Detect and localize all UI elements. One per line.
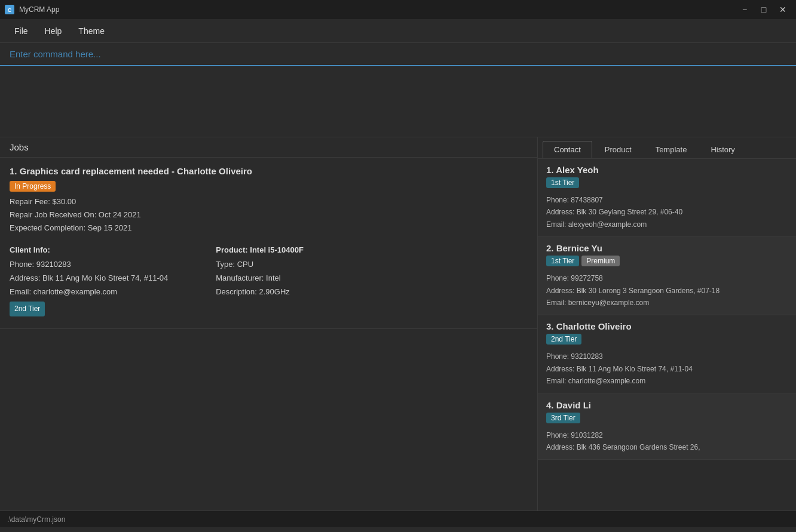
menu-bar: File Help Theme — [0, 19, 796, 43]
close-button[interactable]: ✕ — [774, 1, 791, 18]
contact-email: Email: charlotte@example.com — [546, 375, 788, 387]
contact-tier-badge: 2nd Tier — [546, 334, 581, 345]
tab-product[interactable]: Product — [593, 141, 643, 158]
job-status-badge: In Progress — [10, 181, 56, 192]
job-details: Client Info: Phone: 93210283 Address: Bl… — [10, 243, 528, 320]
tab-template[interactable]: Template — [644, 141, 699, 158]
product-label: Product: Intel i5-10400F — [216, 243, 304, 257]
main-content: Jobs 1. Graphics card replacement needed… — [0, 137, 796, 511]
title-bar-left: C MyCRM App — [5, 5, 59, 14]
contact-name: 1. Alex Yeoh — [546, 165, 788, 175]
contact-phone: Phone: 99272758 — [546, 272, 788, 284]
contact-tier-badge: 1st Tier — [546, 177, 579, 188]
contact-info: Phone: 99272758 Address: Blk 30 Lorong 3… — [546, 272, 788, 309]
tab-contact[interactable]: Contact — [543, 141, 592, 158]
job-repair-fee: Repair Fee: $30.00 — [10, 195, 528, 208]
job-title-text: Graphics card replacement needed - Charl… — [20, 166, 252, 176]
contact-item[interactable]: 1. Alex Yeoh 1st Tier Phone: 87438807 Ad… — [538, 159, 796, 237]
jobs-panel: Jobs 1. Graphics card replacement needed… — [0, 137, 538, 511]
job-title: 1. Graphics card replacement needed - Ch… — [10, 166, 528, 176]
contact-name: 3. Charlotte Oliveiro — [546, 321, 788, 331]
status-bar: .\data\myCrm.json — [0, 511, 796, 527]
menu-file[interactable]: File — [7, 24, 35, 38]
contact-phone: Phone: 91031282 — [546, 429, 788, 441]
job-product: Product: Intel i5-10400F Type: CPU Manuf… — [216, 243, 304, 320]
contact-info: Phone: 91031282 Address: Blk 436 Serango… — [546, 429, 788, 454]
product-type: Type: CPU — [216, 257, 304, 271]
product-description: Description: 2.90GHz — [216, 285, 304, 299]
contact-name: 4. David Li — [546, 400, 788, 410]
contact-tier-badge: 3rd Tier — [546, 413, 580, 423]
app-title: MyCRM App — [19, 5, 59, 14]
contact-address: Address: Blk 30 Geylang Street 29, #06-4… — [546, 206, 788, 218]
contact-address: Address: Blk 30 Lorong 3 Serangoon Garde… — [546, 285, 788, 297]
contact-email: Email: alexyeoh@example.com — [546, 219, 788, 230]
contact-number: 1. — [546, 165, 556, 175]
maximize-button[interactable]: □ — [755, 1, 772, 18]
client-tier-badge: 2nd Tier — [10, 302, 45, 317]
contact-email: Email: berniceyu@example.com — [546, 297, 788, 309]
contact-badges: 2nd Tier — [546, 334, 788, 348]
app-icon: C — [5, 5, 14, 14]
contact-badges: 1st Tier Premium — [546, 256, 788, 270]
output-area — [0, 66, 796, 137]
contact-number: 2. — [546, 243, 556, 253]
contact-premium-badge: Premium — [581, 256, 620, 266]
menu-help[interactable]: Help — [38, 24, 69, 38]
contact-address: Address: Blk 11 Ang Mo Kio Street 74, #1… — [546, 363, 788, 375]
job-meta: Repair Fee: $30.00 Repair Job Received O… — [10, 195, 528, 235]
title-bar: C MyCRM App − □ ✕ — [0, 0, 796, 19]
job-expected: Expected Completion: Sep 15 2021 — [10, 222, 528, 235]
contact-info: Phone: 87438807 Address: Blk 30 Geylang … — [546, 194, 788, 230]
contact-item[interactable]: 2. Bernice Yu 1st Tier Premium Phone: 99… — [538, 237, 796, 315]
contact-address: Address: Blk 436 Serangoon Gardens Stree… — [546, 441, 788, 453]
status-path: .\data\myCrm.json — [7, 515, 65, 524]
contact-badges: 1st Tier — [546, 177, 788, 192]
client-phone: Phone: 93210283 — [10, 257, 168, 271]
tab-history[interactable]: History — [699, 141, 746, 158]
contact-badges: 3rd Tier — [546, 413, 788, 427]
contacts-panel: Contact Product Template History 1. Alex… — [538, 137, 796, 511]
client-email: Email: charlotte@example.com — [10, 285, 168, 299]
job-number: 1. — [10, 166, 20, 176]
command-bar — [0, 43, 796, 66]
contact-number: 3. — [546, 321, 556, 331]
command-input[interactable] — [10, 49, 786, 59]
job-item[interactable]: 1. Graphics card replacement needed - Ch… — [0, 158, 537, 329]
contact-info: Phone: 93210283 Address: Blk 11 Ang Mo K… — [546, 350, 788, 387]
contact-tier-badge: 1st Tier — [546, 256, 579, 266]
contact-name: 2. Bernice Yu — [546, 243, 788, 253]
svg-text:C: C — [8, 7, 12, 13]
window-controls: − □ ✕ — [736, 1, 791, 18]
job-client: Client Info: Phone: 93210283 Address: Bl… — [10, 243, 168, 320]
job-received: Repair Job Received On: Oct 24 2021 — [10, 208, 528, 222]
minimize-button[interactable]: − — [736, 1, 753, 18]
contact-phone: Phone: 93210283 — [546, 350, 788, 362]
client-label: Client Info: — [10, 243, 168, 257]
contact-number: 4. — [546, 400, 556, 410]
jobs-header: Jobs — [0, 137, 537, 158]
contact-phone: Phone: 87438807 — [546, 194, 788, 206]
client-address: Address: Blk 11 Ang Mo Kio Street 74, #1… — [10, 271, 168, 285]
contacts-list: 1. Alex Yeoh 1st Tier Phone: 87438807 Ad… — [538, 159, 796, 511]
menu-theme[interactable]: Theme — [71, 24, 112, 38]
contact-item[interactable]: 3. Charlotte Oliveiro 2nd Tier Phone: 93… — [538, 315, 796, 393]
contacts-tabs: Contact Product Template History — [538, 137, 796, 159]
product-manufacturer: Manufacturer: Intel — [216, 271, 304, 285]
contact-item[interactable]: 4. David Li 3rd Tier Phone: 91031282 Add… — [538, 394, 796, 460]
